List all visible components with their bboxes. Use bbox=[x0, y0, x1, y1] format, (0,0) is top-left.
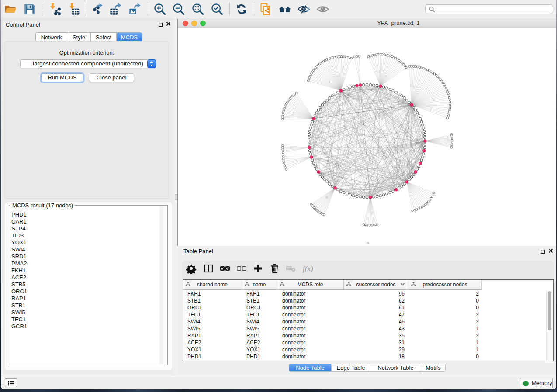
svg-text:f(x): f(x) bbox=[303, 265, 313, 273]
